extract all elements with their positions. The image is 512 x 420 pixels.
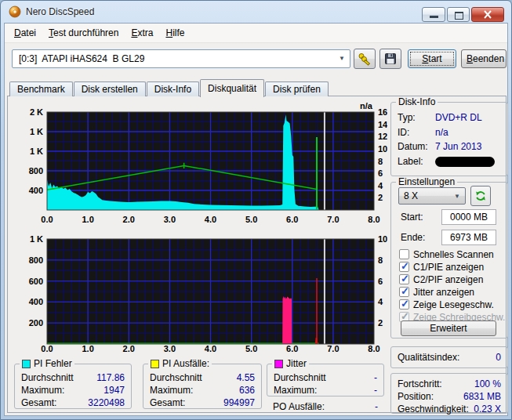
speed-select[interactable]: 8 X ▼ <box>398 187 466 205</box>
svg-text:0.0: 0.0 <box>41 215 53 224</box>
checkbox-c1-pie-anzeigen[interactable]: C1/PIE anzeigen <box>399 261 484 273</box>
stats-row: Durchschnitt4.55 <box>150 372 255 384</box>
start-button[interactable]: Start <box>408 49 456 68</box>
svg-text:4.0: 4.0 <box>205 215 216 224</box>
svg-text:600: 600 <box>29 277 43 286</box>
svg-text:3.0: 3.0 <box>164 215 176 224</box>
save-button[interactable] <box>379 49 401 69</box>
scan-end-input[interactable]: 6973 MB <box>441 230 496 245</box>
close-button[interactable] <box>471 7 504 22</box>
speed-select-value: 8 X <box>404 190 418 201</box>
scan-end-label: Ende: <box>401 232 425 243</box>
stats-value: - <box>374 385 377 396</box>
disk-info-row: Typ:DVD+R DL <box>398 112 501 124</box>
svg-text:10: 10 <box>378 234 387 244</box>
svg-text:6: 6 <box>378 168 383 178</box>
quality-index-label: Qualitätsindex: <box>398 352 459 364</box>
tab-bar: BenchmarkDisk erstellenDisk-InfoDiskqual… <box>9 78 329 96</box>
eject-keys-button[interactable] <box>354 49 376 69</box>
chevron-down-icon: ▼ <box>339 55 345 62</box>
progress-label: Geschwindigkeit: <box>398 404 469 415</box>
disk-info-row: Datum:7 Jun 2013 <box>398 141 501 153</box>
progress-value: 100 % <box>474 378 501 390</box>
advanced-button[interactable]: Erweitert <box>401 320 496 336</box>
stats-title: Jitter <box>272 358 309 369</box>
stats-row: Maximum:- <box>274 385 377 396</box>
settings-title: Einstellungen <box>396 176 457 187</box>
po-failures-row: PO Ausfälle: - <box>267 401 384 413</box>
stats-row: Durchschnitt- <box>274 372 377 384</box>
stats-label: Durchschnitt <box>21 372 74 384</box>
tab-diskqualit-t[interactable]: Diskqualität <box>200 79 264 97</box>
svg-text:2 K: 2 K <box>30 107 43 117</box>
close-icon <box>472 8 503 21</box>
disk-info-title: Disk-Info <box>396 96 438 107</box>
save-icon <box>384 52 397 65</box>
checkbox-zeige-lesegeschw[interactable]: Zeige Lesegeschw. <box>399 299 494 310</box>
svg-text:0.0: 0.0 <box>41 344 53 353</box>
svg-text:400: 400 <box>29 186 43 195</box>
stats-row: Maximum:636 <box>150 385 255 396</box>
svg-text:200: 200 <box>29 318 43 328</box>
checkbox-icon[interactable] <box>399 249 409 259</box>
svg-text:3.0: 3.0 <box>164 344 176 353</box>
legend-swatch-icon <box>274 360 283 368</box>
checkbox-label: Schnelles Scannen <box>413 249 494 260</box>
checkbox-icon[interactable] <box>399 274 409 284</box>
stats-row: Gesamt:3220498 <box>21 397 125 409</box>
menu-item-test-durchf-hren[interactable]: Test durchführen <box>42 25 125 41</box>
tab-benchmark[interactable]: Benchmark <box>9 81 73 96</box>
minimize-button[interactable] <box>422 7 445 22</box>
disk-info-label: ID: <box>398 127 435 139</box>
window-title: Nero DiscSpeed <box>26 6 94 17</box>
quit-button[interactable]: Beenden <box>461 49 507 68</box>
menu-item-extra[interactable]: Extra <box>125 25 159 41</box>
checkbox-jitter-anzeigen[interactable]: Jitter anzeigen <box>399 286 474 298</box>
svg-text:2: 2 <box>378 318 383 328</box>
svg-text:1 K: 1 K <box>30 127 43 136</box>
disk-info-label: Typ: <box>398 112 435 124</box>
stats-title-text: PI Fehler <box>34 358 72 369</box>
svg-text:4: 4 <box>378 297 383 306</box>
svg-text:1.0: 1.0 <box>82 344 93 353</box>
stats-group-pi-fehler: PI FehlerDurchschnitt117.86Maximum:1947G… <box>14 364 132 409</box>
stats-title: PI Fehler <box>20 358 74 369</box>
title-bar[interactable]: Nero DiscSpeed <box>1 1 511 23</box>
menu-item-hilfe[interactable]: Hilfe <box>159 25 191 41</box>
svg-text:10: 10 <box>378 144 387 154</box>
client-area: DateiTest durchführenExtraHilfe [0:3] AT… <box>4 23 508 416</box>
progress-value: 0.23 X <box>474 404 501 415</box>
checkbox-icon[interactable] <box>399 262 409 272</box>
disk-info-label: Label: <box>398 156 435 168</box>
menu-bar: DateiTest durchführenExtraHilfe <box>5 24 507 43</box>
drive-select[interactable]: [0:3] ATAPI iHAS624 B GL29 ▼ <box>12 49 350 68</box>
maximize-button[interactable] <box>447 7 470 22</box>
svg-text:2.0: 2.0 <box>123 344 135 353</box>
refresh-button[interactable] <box>470 186 491 206</box>
svg-text:7.0: 7.0 <box>327 344 339 353</box>
stats-label: Maximum: <box>21 385 64 396</box>
stats-value: 117.86 <box>96 372 125 384</box>
tab-disk-pr-fen[interactable]: Disk prüfen <box>265 81 329 96</box>
stats-label: Maximum: <box>274 385 317 396</box>
label-redacted <box>435 157 495 167</box>
checkbox-schnelles-scannen[interactable]: Schnelles Scannen <box>399 248 494 260</box>
scan-start-input[interactable]: 0000 MB <box>441 209 496 225</box>
checkbox-icon[interactable] <box>399 287 409 297</box>
svg-text:1.0: 1.0 <box>82 215 93 224</box>
stats-row: Maximum:1947 <box>21 385 125 396</box>
checkbox-icon[interactable] <box>399 299 409 310</box>
stats-group-pi-ausf-lle: PI Ausfälle:Durchschnitt4.55Maximum:636G… <box>143 364 262 409</box>
tab-disk-info[interactable]: Disk-Info <box>147 81 199 96</box>
checkbox-c2-pif-anzeigen[interactable]: C2/PIF anzeigen <box>399 273 483 285</box>
tab-disk-erstellen[interactable]: Disk erstellen <box>74 81 146 96</box>
stats-label: Maximum: <box>150 385 193 396</box>
stats-value: 3220498 <box>88 397 125 409</box>
stats-title-text: Jitter <box>286 358 307 369</box>
stats-value: 4.55 <box>237 372 255 384</box>
disk-info-group: Disk-Info Typ:DVD+R DLID:n/aDatum:7 Jun … <box>390 102 508 176</box>
stats-value: 994997 <box>223 397 255 409</box>
pi-errors-chart: 2 K1 K1 K8004001614121086420.01.02.03.04… <box>13 100 387 229</box>
menu-item-datei[interactable]: Datei <box>8 25 42 41</box>
svg-text:5.0: 5.0 <box>245 215 257 224</box>
